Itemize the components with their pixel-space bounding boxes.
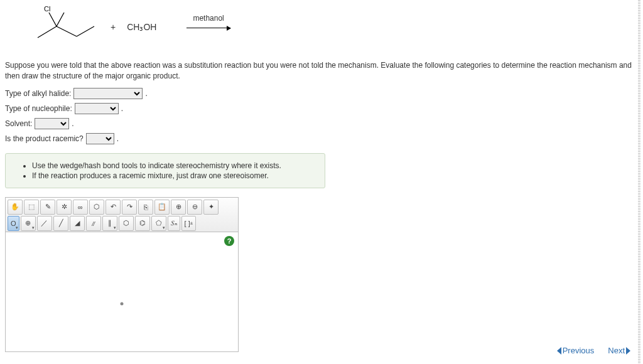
solvent-label: Solvent: <box>5 119 32 128</box>
substrate-structure: Cl <box>24 5 99 49</box>
cl-label: Cl <box>44 5 50 13</box>
scroll-track[interactable] <box>638 0 640 364</box>
svg-line-0 <box>49 13 57 26</box>
svg-line-1 <box>38 26 57 38</box>
alkyl-halide-label: Type of alkyl halide: <box>5 89 71 98</box>
chain-tool-icon[interactable]: ∞ <box>73 200 88 215</box>
select-tool-icon[interactable]: ⬚ <box>24 200 39 215</box>
benzene-icon[interactable]: ⌬ <box>135 216 150 231</box>
alkyl-halide-select[interactable] <box>73 88 143 99</box>
double-bond-icon[interactable]: ∥ <box>102 216 117 231</box>
atom-o-button[interactable]: O <box>8 216 19 231</box>
eraser-tool-icon[interactable]: ✎ <box>40 200 55 215</box>
racemic-select[interactable] <box>86 133 114 144</box>
pentagon-icon[interactable]: ⬠ <box>151 216 166 231</box>
template-tool-icon[interactable]: ✲ <box>57 200 72 215</box>
dashed-bond-icon[interactable]: ╱ <box>53 216 68 231</box>
solvent-row: Solvent: . <box>5 118 638 129</box>
instruction-2: If the reaction produces a racemic mixtu… <box>32 171 316 180</box>
paste-icon[interactable]: 📋 <box>154 200 170 215</box>
nucleophile-row: Type of nucleophile: . <box>5 103 638 114</box>
svg-line-2 <box>57 13 64 26</box>
nav-buttons: Previous Next <box>557 346 630 355</box>
brackets-button[interactable]: [ ]± <box>181 216 197 231</box>
zoom-in-icon[interactable]: ⊕ <box>171 200 186 215</box>
structure-editor: ✋ ⬚ ✎ ✲ ∞ ⬡ ↶ ↷ ⎘ 📋 ⊕ ⊖ ✦ O ⊕ ／ ╱ ◢ ⫽ ∥ … <box>5 197 239 352</box>
nucleophile-select[interactable] <box>75 103 119 114</box>
chevron-right-icon <box>626 347 630 355</box>
hexagon-icon[interactable]: ⬡ <box>119 216 134 231</box>
undo-icon[interactable]: ↶ <box>105 200 121 215</box>
hand-tool-icon[interactable]: ✋ <box>8 200 23 215</box>
nucleophile-label: Type of nucleophile: <box>5 104 72 113</box>
editor-toolbar: ✋ ⬚ ✎ ✲ ∞ ⬡ ↶ ↷ ⎘ 📋 ⊕ ⊖ ✦ O ⊕ ／ ╱ ◢ ⫽ ∥ … <box>6 198 238 232</box>
hash-bond-icon[interactable]: ⫽ <box>86 216 101 231</box>
reaction-scheme: Cl + CH₃OH methanol <box>24 5 638 49</box>
question-prompt: Suppose you were told that the above rea… <box>5 60 638 82</box>
add-atom-icon[interactable]: ⊕ <box>21 216 36 231</box>
help-icon[interactable]: ? <box>224 236 234 246</box>
svg-line-3 <box>57 26 77 36</box>
plus-sign: + <box>111 22 116 32</box>
redo-icon[interactable]: ↷ <box>122 200 137 215</box>
next-button[interactable]: Next <box>608 346 630 355</box>
alkyl-halide-row: Type of alkyl halide: . <box>5 88 638 99</box>
racemic-row: Is the product racemic? . <box>5 133 638 144</box>
solvent-select[interactable] <box>35 118 69 129</box>
reagent-formula: CH₃OH <box>127 22 156 32</box>
wedge-bond-icon[interactable]: ◢ <box>70 216 85 231</box>
instruction-1: Use the wedge/hash bond tools to indicat… <box>32 161 316 170</box>
arrow-condition: methanol <box>193 14 224 23</box>
drawing-canvas[interactable]: ? <box>6 232 238 351</box>
single-bond-icon[interactable]: ／ <box>37 216 52 231</box>
svg-line-4 <box>77 26 94 36</box>
sn-tool-button[interactable]: 𝑆ₙ <box>168 216 180 231</box>
racemic-label: Is the product racemic? <box>5 134 84 143</box>
zoom-out-icon[interactable]: ⊖ <box>187 200 202 215</box>
instruction-box: Use the wedge/hash bond tools to indicat… <box>5 153 325 188</box>
chevron-left-icon <box>557 347 561 355</box>
canvas-center-dot <box>121 302 124 305</box>
reaction-arrow: methanol <box>186 18 243 36</box>
previous-button[interactable]: Previous <box>557 346 595 355</box>
ring-tool-icon[interactable]: ⬡ <box>89 200 104 215</box>
clean-icon[interactable]: ✦ <box>203 200 219 215</box>
copy-icon[interactable]: ⎘ <box>138 200 153 215</box>
